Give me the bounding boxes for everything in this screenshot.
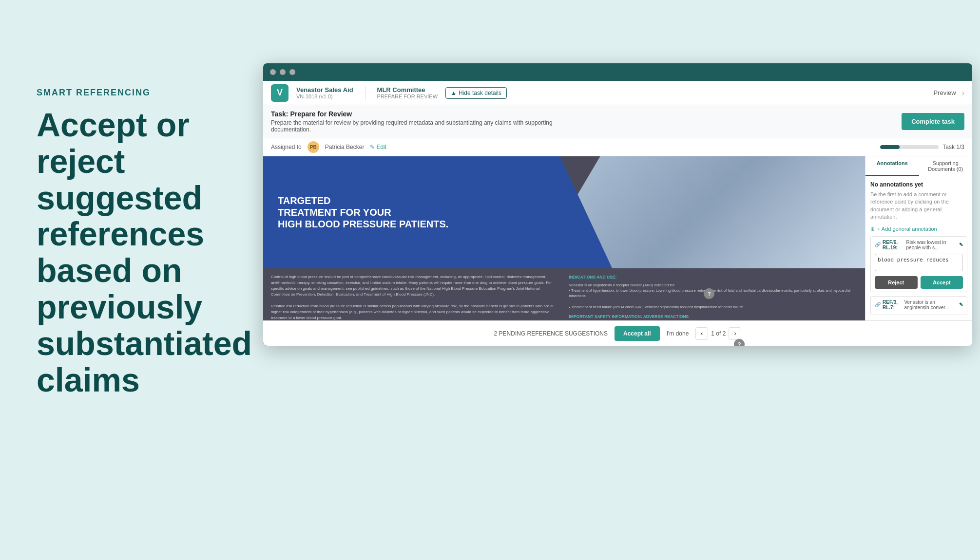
blood-pressure-input[interactable] [875,254,963,271]
complete-task-button[interactable]: Complete task [902,113,964,130]
progress-fill [880,145,900,149]
header-divider [365,86,365,100]
edit-link[interactable]: ✎ Edit [370,144,386,150]
tooltip-bubble-1[interactable]: ? [704,288,714,299]
ref1-text: Risk was lowest in people with s... [906,240,957,250]
tooltip-bubble-2[interactable]: ? [734,339,745,346]
annotations-tabs: Annotations Supporting Documents (0) [865,156,972,176]
ref2-badge: REF/3, RL.7: [883,299,902,310]
task-title: Task: Prepare for Review [271,110,902,118]
app-logo: V [271,84,288,102]
reject-button[interactable]: Reject [875,276,918,289]
no-annotations-text: Be the first to add a comment or referen… [870,191,967,221]
progress-container: Task 1/3 [880,144,964,150]
ref2-header: 🔗 REF/3, RL.7: Venastor is an angiotensi… [875,299,963,310]
page-info: 1 of 2 [711,330,726,337]
ref-item-2: 🔗 REF/3, RL.7: Venastor is an angiotensi… [870,296,967,315]
assignee-name: Patricia Becker [325,144,365,150]
assigned-bar: Assigned to PB Patricia Becker ✎ Edit Ta… [263,138,972,156]
link-icon-1: 🔗 [875,242,881,247]
left-panel: SMART REFERENCING Accept or reject sugge… [37,88,256,398]
progress-bar [880,145,939,149]
slide-right-title2: IMPORTANT SAFETY INFORMATION: ADVERSE RE… [569,314,858,320]
header-right: Preview › [933,89,964,97]
assigned-label: Assigned to [271,144,302,150]
committee-name: MLR Committee [377,86,438,93]
slide-headline: TARGETED TREATMENT FOR YOUR HIGH BLOOD P… [278,195,448,230]
ref1-header: 🔗 REF/6, RL.19: Risk was lowest in peopl… [875,240,963,250]
task-bar: Task: Prepare for Review Prepare the mat… [263,105,972,138]
no-annotations-title: No annotations yet [870,181,967,188]
pending-text: 2 PENDING REFERENCE SUGGESTIONS [494,330,608,337]
main-content: TARGETED TREATMENT FOR YOUR HIGH BLOOD P… [263,156,972,346]
slide-right-title1: INDICATIONS AND USE: [569,274,858,280]
action-buttons: Reject Accept [875,276,963,289]
slide-blue-section: TARGETED TREATMENT FOR YOUR HIGH BLOOD P… [263,156,612,268]
plus-icon: ⊕ [870,226,875,232]
app-header: V Venastor Sales Aid VN-1018 (v1.0) MLR … [263,81,972,105]
im-done-button[interactable]: I'm done [667,330,689,337]
pencil-icon: ✎ [370,144,375,150]
traffic-light-2[interactable] [280,69,286,75]
link-icon-2: 🔗 [875,302,881,307]
title-bar [263,63,972,81]
committee-info: MLR Committee PREPARE FOR REVIEW [377,86,438,99]
brand-id: VN-1018 (v1.0) [296,93,353,99]
ref1-badge: REF/6, RL.19: [883,240,904,250]
tab-annotations[interactable]: Annotations [865,156,919,176]
pagination: ‹ 1 of 2 › [695,327,741,340]
ref2-text: Venastor is an angiotensin-conver... [904,299,957,310]
accept-button[interactable]: Accept [921,276,963,289]
traffic-light-3[interactable] [289,69,295,75]
doc-slide: TARGETED TREATMENT FOR YOUR HIGH BLOOD P… [263,156,865,346]
smart-referencing-label: SMART REFERENCING [37,88,256,98]
prev-page-button[interactable]: ‹ [695,327,708,340]
main-headline: Accept or reject suggested references ba… [37,107,256,398]
accept-all-button[interactable]: Accept all [615,326,660,341]
app-window: V Venastor Sales Aid VN-1018 (v1.0) MLR … [263,63,972,346]
doc-viewer[interactable]: TARGETED TREATMENT FOR YOUR HIGH BLOOD P… [263,156,865,346]
task-description: Prepare the material for review by provi… [271,119,563,133]
committee-sub: PREPARE FOR REVIEW [377,93,438,99]
triangle-up-icon: ▲ [451,90,457,96]
brand-info: Venastor Sales Aid VN-1018 (v1.0) [296,86,353,99]
tab-supporting-docs[interactable]: Supporting Documents (0) [919,156,973,176]
avatar: PB [307,141,319,153]
chevron-right-icon: › [962,89,964,97]
bottom-bar: 2 PENDING REFERENCE SUGGESTIONS Accept a… [263,320,972,346]
task-counter: Task 1/3 [942,144,964,150]
annotations-panel: Annotations Supporting Documents (0) No … [865,156,972,346]
ref-item-1: 🔗 REF/6, RL.19: Risk was lowest in peopl… [870,236,967,292]
add-general-annotation-button[interactable]: ⊕ + Add general annotation [870,226,967,232]
ref1-edit-icon[interactable]: ✎ [959,242,963,247]
traffic-light-1[interactable] [270,69,276,75]
task-info: Task: Prepare for Review Prepare the mat… [271,110,902,133]
preview-button[interactable]: Preview [933,89,956,96]
brand-name: Venastor Sales Aid [296,86,353,93]
hide-task-button[interactable]: ▲ Hide task details [445,87,507,99]
next-page-button[interactable]: › [729,327,741,340]
ref2-edit-icon[interactable]: ✎ [959,302,963,307]
slide-left-body: Control of high blood pressure should be… [271,274,559,321]
